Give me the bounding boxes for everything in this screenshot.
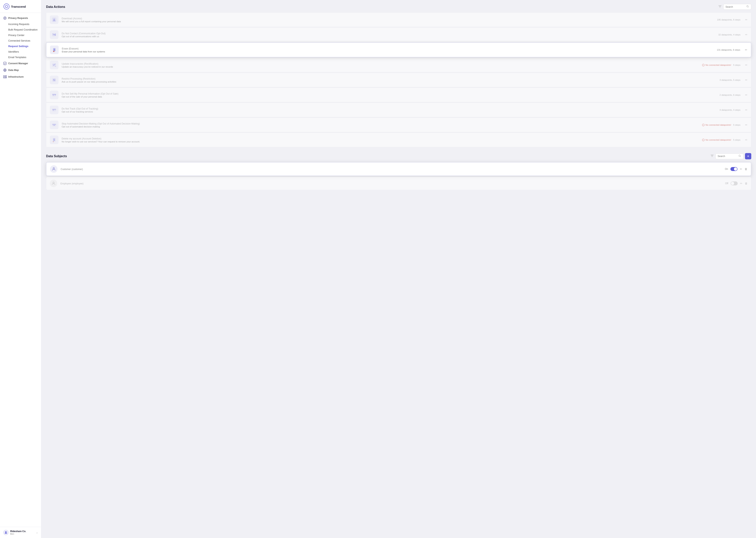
svg-rect-12 [53, 21, 55, 21]
no-data-stop-automated: ! No connected datapoints! [702, 124, 731, 126]
card-content-update: Update Inaccuracies (Rectification) Upda… [62, 62, 699, 68]
main-content: Data Actions [41, 0, 756, 538]
sidebar-item-privacy-center[interactable]: Privacy Center [0, 32, 41, 38]
data-actions-controls [718, 4, 751, 10]
card-meta-download: 195 datapoints, 6 steps [717, 19, 740, 21]
data-subjects-search-box [715, 153, 743, 159]
data-subjects-controls: + [710, 153, 751, 159]
data-action-card-stop-automated: Stop Automated Decision-Making (Opt Out … [46, 118, 751, 132]
card-meta-do-not-sell: 2 datapoints, 6 steps [720, 94, 740, 96]
subject-card-customer[interactable]: Customer (customer) On ✏ 🗑 [46, 162, 751, 176]
delete-icon-customer[interactable]: 🗑 [745, 167, 747, 171]
edit-icon-do-not-track[interactable]: ✏ [745, 108, 747, 112]
data-actions-title: Data Actions [46, 5, 65, 9]
svg-point-0 [4, 17, 6, 20]
svg-text:!: ! [703, 64, 704, 66]
edit-icon-download[interactable]: ✏ [745, 18, 747, 21]
sidebar-item-bulk-request[interactable]: Bulk Request Coordination [0, 27, 41, 32]
sidebar-item-incoming-requests[interactable]: Incoming Requests [0, 22, 41, 27]
svg-text:!: ! [703, 124, 704, 126]
filter-icon[interactable] [718, 5, 722, 9]
data-actions-section: Data Actions [46, 4, 751, 147]
sidebar-group-infrastructure[interactable]: Infrastructure [0, 74, 41, 80]
stop-automated-icon-wrap [50, 121, 59, 129]
card-content-delete-account: Delete my account (Account Deletion) No … [62, 137, 699, 143]
svg-point-9 [747, 6, 748, 7]
card-meta-do-not-track: 4 datapoints, 4 steps [720, 109, 740, 111]
edit-icon-do-not-sell[interactable]: ✏ [745, 93, 747, 96]
footer-text: Rideshare Co. Ben [10, 530, 26, 535]
svg-rect-30 [53, 138, 55, 139]
edit-icon-do-not-contact[interactable]: ✏ [745, 33, 747, 36]
erase-icon-wrap: × [50, 45, 59, 54]
data-action-card-do-not-track: Do Not Track (Opt Out of Tracking) Opt o… [46, 103, 751, 117]
card-title-restrict: Restrict Processing (Restriction) [62, 77, 716, 80]
edit-icon-erase[interactable]: ✏ [745, 48, 747, 51]
edit-icon-employee[interactable]: ✏ [740, 182, 742, 185]
card-content-restrict: Restrict Processing (Restriction) Ask us… [62, 77, 716, 83]
svg-point-35 [53, 182, 54, 184]
delete-icon-employee[interactable]: 🗑 [745, 182, 747, 185]
sidebar-group-datamap[interactable]: Data Map [0, 67, 41, 74]
edit-icon-restrict[interactable]: ✏ [745, 79, 747, 81]
card-content-download: Download (Access) We will send you a ful… [62, 17, 714, 23]
add-subject-button[interactable]: + [745, 153, 751, 159]
sidebar-item-request-settings[interactable]: Request Settings [0, 43, 41, 49]
data-subjects-search-input[interactable] [718, 155, 737, 158]
card-meta-do-not-contact: 32 datapoints, 4 steps [718, 33, 740, 36]
subjects-filter-icon[interactable] [710, 154, 714, 158]
card-desc-delete-account: No longer wish to use our services? Your… [62, 140, 699, 143]
svg-point-34 [53, 168, 54, 169]
data-actions-search-input[interactable] [726, 6, 745, 8]
card-meta-restrict: 3 datapoints, 5 steps [720, 79, 740, 81]
map-icon [3, 68, 7, 72]
circle-icon [3, 16, 7, 20]
subject-content-employee: Employee (employee) [61, 182, 722, 185]
card-meta-delete-account: ! No connected datapoints! 5 steps [702, 139, 740, 141]
card-title-erase: Erase (Erasure) [62, 47, 714, 50]
sidebar-item-connected-services[interactable]: Connected Services [0, 38, 41, 43]
data-action-card-do-not-sell: Do Not Sell My Personal Information (Opt… [46, 88, 751, 102]
employee-toggle[interactable] [731, 182, 738, 186]
edit-icon-stop-automated[interactable]: ✏ [745, 123, 747, 127]
no-data-update: ! No connected datapoints! [702, 64, 731, 66]
sidebar-item-email-templates[interactable]: Email Templates [0, 55, 41, 60]
sidebar-item-identifiers[interactable]: Identifiers [0, 49, 41, 55]
sidebar-group-privacy-requests[interactable]: Privacy Requests [0, 15, 41, 22]
data-action-card-delete-account: Delete my account (Account Deletion) No … [46, 133, 751, 147]
data-actions-header: Data Actions [46, 4, 751, 10]
edit-icon-customer[interactable]: ✏ [740, 167, 742, 171]
avatar [3, 530, 9, 535]
card-desc-do-not-track: Opt out of our tracking services [62, 111, 716, 113]
data-action-card-erase[interactable]: × Erase (Erasure) Erase your personal da… [46, 42, 751, 57]
do-not-sell-icon-wrap [50, 91, 59, 99]
restrict-icon-wrap [50, 76, 59, 84]
sidebar-section-privacy: Privacy Requests Incoming Requests Bulk … [0, 13, 41, 82]
svg-point-7 [6, 78, 6, 78]
card-title-delete-account: Delete my account (Account Deletion) [62, 137, 699, 140]
footer-user: Ben [10, 533, 26, 535]
chevron-down-icon[interactable]: ⌄ [36, 531, 38, 534]
svg-point-6 [6, 76, 6, 76]
subject-status-customer: On [725, 168, 728, 170]
card-content-do-not-contact: Do Not Contact (Communication Opt-Out) O… [62, 32, 715, 38]
subject-title-employee: Employee (employee) [61, 182, 722, 185]
data-action-card-download: Download (Access) We will send you a ful… [46, 12, 751, 27]
sidebar: Transcend Privacy Requests Incoming Requ… [0, 0, 41, 538]
card-desc-do-not-sell: Opt out of the sale of your personal dat… [62, 95, 716, 98]
svg-point-8 [5, 531, 7, 532]
data-action-card-restrict: Restrict Processing (Restriction) Ask us… [46, 73, 751, 87]
sidebar-group-consent[interactable]: Consent Manager [0, 60, 41, 67]
customer-toggle[interactable] [731, 167, 737, 171]
employee-icon [50, 180, 57, 187]
card-title-stop-automated: Stop Automated Decision-Making (Opt Out … [62, 122, 699, 125]
card-title-do-not-sell: Do Not Sell My Personal Information (Opt… [62, 92, 716, 95]
edit-icon-delete-account[interactable]: ✏ [745, 138, 747, 141]
consent-icon [3, 62, 7, 65]
card-meta-stop-automated: ! No connected datapoints! 5 steps [702, 124, 740, 126]
card-content-erase: Erase (Erasure) Erase your personal data… [62, 47, 714, 53]
card-desc-restrict: Ask us to push pause on our data process… [62, 81, 716, 83]
edit-icon-update[interactable]: ✏ [745, 63, 747, 67]
card-desc-download: We will send you a full report containin… [62, 20, 714, 23]
sidebar-group-label: Privacy Requests [8, 17, 28, 20]
